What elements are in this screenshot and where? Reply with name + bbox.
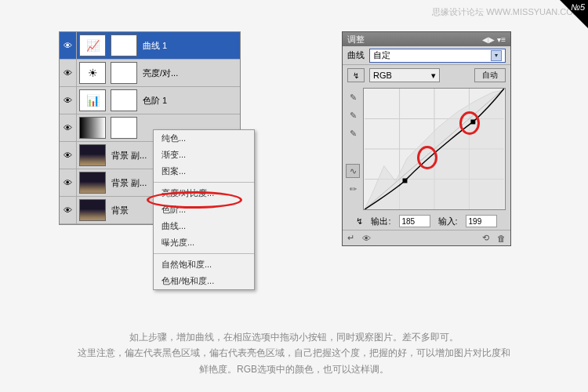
- mask-thumb[interactable]: [111, 89, 137, 111]
- curve-mode-icon[interactable]: ∿: [346, 164, 360, 178]
- layer-label: 亮度/对...: [140, 67, 178, 79]
- layer-row[interactable]: 👁 📊 色阶 1: [60, 87, 240, 114]
- preset-row: 曲线 自定 ▾: [343, 46, 510, 65]
- visibility-icon[interactable]: 👁: [60, 169, 77, 196]
- menu-item[interactable]: 色相/饱和度...: [154, 273, 254, 289]
- reset-icon[interactable]: ⟲: [482, 233, 489, 243]
- adj-icon[interactable]: ☀: [79, 62, 106, 84]
- visibility-icon[interactable]: 👁: [60, 32, 77, 59]
- panel-footer: ↵ 👁 ⟲ 🗑: [343, 230, 510, 245]
- layer-label: 背景 副...: [108, 150, 147, 162]
- visibility-icon[interactable]: 👁: [60, 60, 77, 86]
- adj-icon[interactable]: 📈: [79, 34, 106, 56]
- eyedropper-column: ✎ ✎ ✎ ∿ ✏: [343, 85, 363, 212]
- channel-value: RGB: [373, 71, 392, 80]
- output-label: 输出:: [371, 216, 390, 227]
- menu-item[interactable]: 亮度/对比度...: [154, 185, 254, 201]
- eyedropper-icon[interactable]: ✎: [346, 108, 360, 122]
- curves-graph[interactable]: [363, 88, 506, 210]
- adjustments-panel: 调整 ◀▶ ▾≡ 曲线 自定 ▾ ↯ RGB▾ 自动 ✎ ✎ ✎ ∿ ✏: [342, 31, 511, 246]
- layer-thumb[interactable]: [79, 172, 106, 194]
- channel-row: ↯ RGB▾ 自动: [343, 65, 510, 85]
- mask-thumb[interactable]: [111, 117, 137, 139]
- visibility-icon[interactable]: 👁: [60, 87, 77, 114]
- layer-label: 色阶 1: [140, 95, 167, 107]
- layer-row[interactable]: 👁 📈 曲线 1: [60, 32, 240, 60]
- watermark: 思缘设计论坛 WWW.MISSYUAN.COM: [432, 6, 580, 18]
- layer-label: 背景 副...: [108, 177, 147, 189]
- output-value[interactable]: 185: [399, 215, 430, 227]
- spacer: [346, 144, 360, 160]
- panel-title-bar[interactable]: 调整 ◀▶ ▾≡: [343, 32, 510, 46]
- auto-button[interactable]: 自动: [474, 68, 506, 82]
- menu-separator: [154, 182, 254, 183]
- layer-label: 曲线 1: [140, 40, 167, 52]
- preset-dropdown[interactable]: 自定 ▾: [369, 49, 506, 63]
- input-label: 输入:: [438, 216, 458, 227]
- chevron-down-icon: ▾: [431, 71, 436, 81]
- menu-item[interactable]: 图案...: [154, 163, 254, 180]
- svg-rect-9: [470, 119, 475, 124]
- preset-value: 自定: [373, 49, 390, 61]
- visibility-icon[interactable]: 👁: [60, 114, 77, 141]
- menu-separator: [154, 253, 254, 254]
- trash-icon[interactable]: 🗑: [497, 234, 506, 243]
- adj-icon[interactable]: 📊: [79, 89, 106, 111]
- layer-row[interactable]: 👁 ☀ 亮度/对...: [60, 60, 240, 87]
- svg-rect-8: [403, 179, 408, 183]
- hand-icon[interactable]: ↯: [356, 216, 363, 227]
- menu-item-curves[interactable]: 曲线...: [154, 218, 254, 234]
- adjustment-context-menu: 纯色... 渐变... 图案... 亮度/对比度... 色阶... 曲线... …: [153, 129, 255, 290]
- curve-tool-button[interactable]: ↯: [347, 68, 365, 82]
- preset-label: 曲线: [347, 49, 365, 61]
- channel-dropdown[interactable]: RGB▾: [369, 68, 440, 82]
- mask-thumb[interactable]: [111, 62, 137, 84]
- panel-title: 调整: [347, 34, 365, 45]
- layer-label: 背景: [108, 205, 129, 216]
- curves-svg: [364, 89, 505, 209]
- panel-controls[interactable]: ◀▶ ▾≡: [482, 35, 506, 44]
- visibility-icon[interactable]: 👁: [60, 197, 77, 223]
- adj-icon[interactable]: [79, 117, 106, 139]
- clip-icon[interactable]: ↵: [347, 233, 354, 243]
- menu-item[interactable]: 渐变...: [154, 147, 254, 163]
- eyedropper-icon[interactable]: ✎: [346, 90, 360, 104]
- chevron-down-icon: ▾: [491, 50, 502, 61]
- eyedropper-icon[interactable]: ✎: [346, 126, 360, 140]
- input-value[interactable]: 199: [466, 215, 497, 227]
- visibility-icon[interactable]: 👁: [60, 142, 77, 169]
- menu-item[interactable]: 色阶...: [154, 201, 254, 218]
- pencil-mode-icon[interactable]: ✏: [346, 182, 360, 196]
- curves-chart-area: ✎ ✎ ✎ ∿ ✏: [343, 85, 510, 212]
- menu-item[interactable]: 自然饱和度...: [154, 256, 254, 273]
- readout-row: ↯ 输出: 185 输入: 199: [343, 212, 510, 230]
- mask-thumb[interactable]: [111, 34, 137, 56]
- layer-thumb[interactable]: [79, 144, 106, 166]
- menu-item[interactable]: 曝光度...: [154, 234, 254, 251]
- visibility-icon[interactable]: 👁: [362, 234, 371, 243]
- caption-text: 如上步骤，增加曲线，在相应选项中拖动小按钮，同时观察图片。差不多即可。 这里注意…: [0, 329, 588, 377]
- layer-thumb[interactable]: [79, 199, 106, 221]
- menu-item[interactable]: 纯色...: [154, 130, 254, 147]
